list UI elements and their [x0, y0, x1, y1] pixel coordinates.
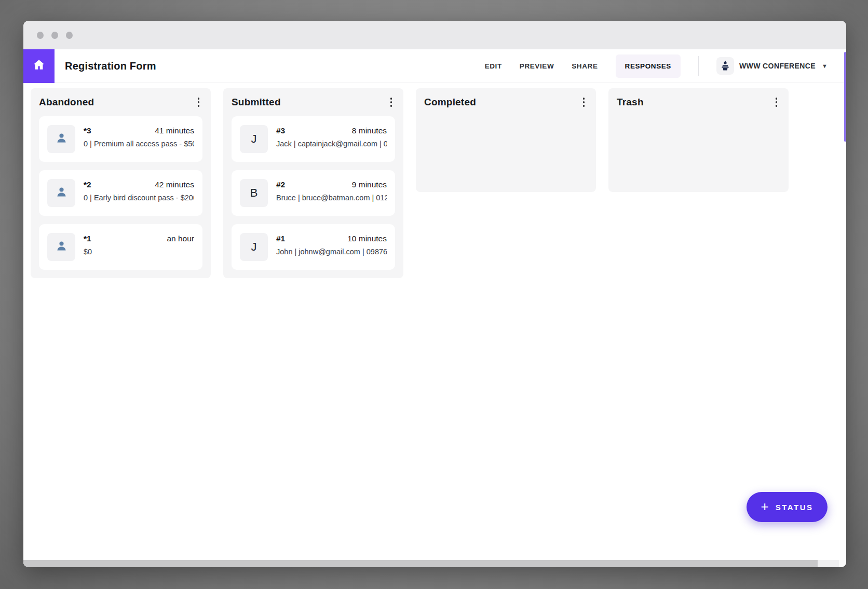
card-body: #1 10 minutes John | johnw@gmail.com | 0…: [276, 233, 387, 261]
card-body: #2 9 minutes Bruce | bruce@batman.com | …: [276, 179, 387, 207]
card-body: *1 an hour $0: [84, 233, 194, 261]
column-menu-kebab-icon[interactable]: [580, 95, 588, 109]
card-title: #2: [276, 180, 285, 189]
card-subtitle: John | johnw@gmail.com | 09876…: [276, 248, 387, 256]
card-time: 41 minutes: [155, 126, 194, 135]
card-time: 9 minutes: [352, 180, 387, 189]
card-body: #3 8 minutes Jack | captainjack@gmail.co…: [276, 125, 387, 153]
avatar-letter: B: [250, 186, 258, 200]
window-titlebar: [23, 21, 846, 49]
avatar: J: [240, 233, 268, 261]
page-title: Registration Form: [65, 60, 156, 72]
plus-icon: +: [761, 500, 769, 513]
nav-divider: [698, 56, 699, 76]
response-card[interactable]: B #2 9 minutes Bruce | bruce@batman.com …: [232, 170, 395, 216]
add-status-label: STATUS: [776, 503, 813, 512]
column-menu-kebab-icon[interactable]: [387, 95, 396, 109]
speaker-podium-icon: [716, 57, 734, 75]
card-time: 8 minutes: [352, 126, 387, 135]
column-menu-kebab-icon[interactable]: [195, 95, 203, 109]
response-card[interactable]: *3 41 minutes 0 | Premium all access pas…: [39, 116, 202, 162]
card-title: *3: [84, 126, 91, 135]
card-subtitle: Jack | captainjack@gmail.com | 0…: [276, 140, 387, 148]
column-header: Abandoned: [39, 95, 202, 109]
person-icon: [55, 185, 69, 201]
card-title: *2: [84, 180, 91, 189]
add-status-button[interactable]: + STATUS: [747, 492, 828, 522]
header-nav: EDIT PREVIEW SHARE RESPONSES WWW CONFERE…: [485, 54, 846, 78]
column-title: Completed: [424, 97, 476, 108]
card-subtitle: $0: [84, 248, 194, 256]
app-header: Registration Form EDIT PREVIEW SHARE RES…: [23, 49, 846, 83]
card-title: *1: [84, 234, 91, 243]
board-columns: Abandoned *3 41 minutes 0 | Premium all …: [31, 88, 839, 278]
nav-share[interactable]: SHARE: [572, 62, 598, 70]
card-subtitle: 0 | Early bird discount pass - $200: [84, 194, 194, 202]
column-title: Submitted: [232, 97, 281, 108]
window-dot-1[interactable]: [37, 32, 44, 39]
avatar-letter: J: [251, 240, 257, 254]
column-cards: *3 41 minutes 0 | Premium all access pas…: [39, 116, 202, 270]
response-card[interactable]: J #3 8 minutes Jack | captainjack@gmail.…: [232, 116, 395, 162]
column-menu-kebab-icon[interactable]: [772, 95, 781, 109]
chevron-down-icon: ▼: [822, 63, 828, 69]
card-body: *3 41 minutes 0 | Premium all access pas…: [84, 125, 194, 153]
nav-preview[interactable]: PREVIEW: [520, 62, 554, 70]
home-icon: [32, 58, 46, 74]
avatar: [47, 233, 75, 261]
scrollbar-corner: [839, 560, 846, 567]
avatar: B: [240, 179, 268, 207]
avatar: [47, 125, 75, 153]
board-column: Abandoned *3 41 minutes 0 | Premium all …: [31, 88, 211, 278]
card-title: #1: [276, 234, 285, 243]
card-subtitle: 0 | Premium all access pass - $500: [84, 140, 194, 148]
home-button[interactable]: [23, 49, 55, 83]
avatar: J: [240, 125, 268, 153]
card-title: #3: [276, 126, 285, 135]
column-title: Abandoned: [39, 97, 94, 108]
card-body: *2 42 minutes 0 | Early bird discount pa…: [84, 179, 194, 207]
column-header: Submitted: [232, 95, 395, 109]
person-icon: [55, 131, 69, 147]
horizontal-scrollbar-thumb[interactable]: [23, 560, 818, 567]
avatar: [47, 179, 75, 207]
response-card[interactable]: *2 42 minutes 0 | Early bird discount pa…: [39, 170, 202, 216]
card-subtitle: Bruce | bruce@batman.com | 012…: [276, 194, 387, 202]
board-column: Completed: [416, 88, 596, 192]
response-card[interactable]: J #1 10 minutes John | johnw@gmail.com |…: [232, 224, 395, 270]
column-cards: J #3 8 minutes Jack | captainjack@gmail.…: [232, 116, 395, 270]
column-title: Trash: [617, 97, 644, 108]
app-window: Registration Form EDIT PREVIEW SHARE RES…: [23, 21, 846, 567]
workspace-switcher[interactable]: WWW CONFERENCE ▼: [716, 57, 828, 75]
window-dot-2[interactable]: [51, 32, 58, 39]
horizontal-scrollbar[interactable]: [23, 560, 846, 567]
card-time: an hour: [167, 234, 194, 243]
board-column: Trash: [608, 88, 789, 192]
nav-edit[interactable]: EDIT: [485, 62, 502, 70]
avatar-letter: J: [251, 132, 257, 146]
person-icon: [55, 239, 69, 255]
window-dot-3[interactable]: [66, 32, 73, 39]
card-time: 42 minutes: [155, 180, 194, 189]
column-header: Completed: [424, 95, 588, 109]
workspace-label: WWW CONFERENCE: [739, 62, 816, 70]
responses-board: Abandoned *3 41 minutes 0 | Premium all …: [23, 83, 846, 560]
column-header: Trash: [617, 95, 780, 109]
nav-responses[interactable]: RESPONSES: [616, 54, 681, 78]
vertical-scrollbar-thumb[interactable]: [844, 52, 846, 142]
card-time: 10 minutes: [347, 234, 387, 243]
board-column: Submitted J #3 8 minutes Jack | captainj…: [223, 88, 403, 278]
response-card[interactable]: *1 an hour $0: [39, 224, 202, 270]
